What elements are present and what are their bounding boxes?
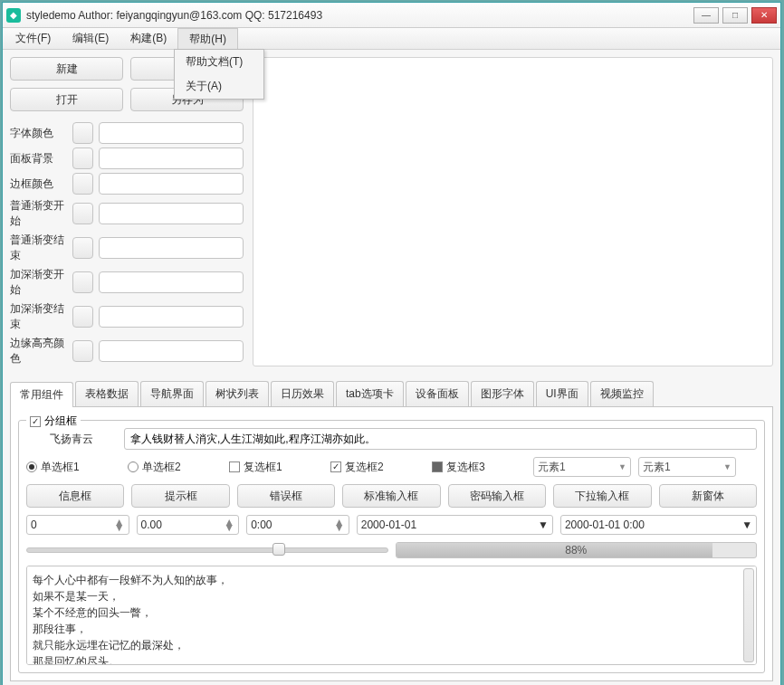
color-hex-input[interactable] (99, 173, 244, 195)
left-panel: 新建 保存 打开 另存为 字体颜色 面板背景 边框颜色 普通渐变开始 普通渐变结… (10, 57, 244, 366)
color-label: 加深渐变开始 (10, 267, 67, 298)
check-2[interactable]: 复选框2 (330, 460, 425, 475)
color-label: 面板背景 (10, 151, 67, 166)
color-swatch-button[interactable] (72, 122, 93, 144)
radio-2[interactable]: 单选框2 (128, 460, 222, 475)
combo-1[interactable]: 元素1▼ (533, 457, 631, 477)
color-swatch-button[interactable] (72, 147, 93, 169)
progress-text: 88% (397, 543, 757, 557)
upper-content: 新建 保存 打开 另存为 字体颜色 面板背景 边框颜色 普通渐变开始 普通渐变结… (3, 50, 780, 374)
menu-edit[interactable]: 编辑(E) (62, 28, 120, 49)
tab-0[interactable]: 常用组件 (10, 382, 73, 407)
chevron-down-icon: ▼ (723, 462, 731, 471)
menu-file[interactable]: 文件(F) (5, 28, 62, 49)
tab-3[interactable]: 树状列表 (206, 381, 269, 406)
spinbox-time[interactable]: 0:00▲▼ (246, 515, 349, 535)
tab-2[interactable]: 导航界面 (140, 381, 204, 406)
menu-help[interactable]: 帮助(H) (177, 28, 238, 49)
color-hex-input[interactable] (99, 271, 244, 293)
color-row: 加深渐变开始 (10, 267, 244, 298)
dialog-button-5[interactable]: 下拉输入框 (553, 484, 651, 508)
radio-icon (128, 461, 139, 472)
groupbox: 分组框 飞扬青云 单选框1 单选框2 复选框1 复选框2 复选框3 元素1▼ 元… (18, 420, 765, 673)
color-swatch-button[interactable] (72, 271, 93, 293)
date-edit[interactable]: 2000-01-01▼ (357, 515, 553, 535)
color-swatch-button[interactable] (72, 306, 93, 328)
slider[interactable] (26, 547, 388, 553)
tab-6[interactable]: 设备面板 (406, 381, 469, 406)
spinner-icon: ▲▼ (114, 519, 125, 530)
dialog-button-4[interactable]: 密码输入框 (448, 484, 546, 508)
color-row: 普通渐变结束 (10, 233, 244, 263)
color-swatch-button[interactable] (72, 203, 93, 224)
menubar: 文件(F) 编辑(E) 构建(B) 帮助(H) 帮助文档(T) 关于(A) (3, 28, 780, 50)
tab-9[interactable]: 视频监控 (590, 381, 654, 406)
check-1[interactable]: 复选框1 (229, 460, 323, 475)
app-window: ◆ styledemo Author: feiyangqingyun@163.c… (2, 2, 781, 685)
help-dropdown: 帮助文档(T) 关于(A) (174, 49, 264, 100)
checkbox-icon (229, 461, 240, 472)
color-swatch-button[interactable] (72, 173, 93, 195)
combo-2[interactable]: 元素1▼ (638, 457, 736, 477)
feiyang-label: 飞扬青云 (26, 432, 117, 447)
tab-7[interactable]: 图形字体 (471, 381, 534, 406)
color-row: 边框颜色 (10, 173, 244, 195)
maximize-button[interactable]: □ (722, 7, 748, 24)
dialog-button-1[interactable]: 提示框 (131, 484, 229, 508)
color-row: 字体颜色 (10, 122, 244, 144)
menu-help-about[interactable]: 关于(A) (175, 74, 263, 99)
radio-1[interactable]: 单选框1 (26, 460, 120, 475)
dialog-button-6[interactable]: 新窗体 (659, 484, 757, 508)
color-hex-input[interactable] (99, 306, 244, 328)
tab-4[interactable]: 日历效果 (271, 381, 334, 406)
groupbox-label: 分组框 (44, 414, 77, 429)
dialog-button-2[interactable]: 错误框 (237, 484, 335, 508)
color-row: 普通渐变开始 (10, 198, 244, 229)
radio-icon (26, 461, 37, 472)
chevron-down-icon: ▼ (618, 462, 626, 471)
groupbox-checkbox[interactable] (30, 416, 41, 427)
spinbox-float[interactable]: 0.00▲▼ (137, 515, 240, 535)
tab-8[interactable]: UI界面 (536, 381, 588, 406)
check-3[interactable]: 复选框3 (432, 460, 526, 475)
menu-help-doc[interactable]: 帮助文档(T) (175, 50, 263, 74)
color-swatch-button[interactable] (72, 237, 93, 259)
new-button[interactable]: 新建 (10, 57, 123, 81)
spinner-icon: ▲▼ (334, 519, 345, 530)
dialog-button-3[interactable]: 标准输入框 (342, 484, 440, 508)
tab-1[interactable]: 表格数据 (75, 381, 139, 406)
color-swatch-button[interactable] (72, 340, 93, 362)
color-hex-input[interactable] (99, 340, 244, 362)
chevron-down-icon: ▼ (741, 519, 752, 531)
scrollbar[interactable] (743, 568, 754, 662)
checkbox-icon (330, 461, 341, 472)
color-label: 加深渐变结束 (10, 301, 67, 332)
color-label: 字体颜色 (10, 126, 67, 141)
tab-content: 分组框 飞扬青云 单选框1 单选框2 复选框1 复选框2 复选框3 元素1▼ 元… (10, 407, 773, 681)
checkbox-icon (432, 461, 443, 472)
groupbox-title: 分组框 (26, 414, 81, 429)
color-row: 面板背景 (10, 147, 244, 169)
color-label: 普通渐变开始 (10, 198, 67, 229)
slider-thumb[interactable] (272, 543, 285, 556)
color-label: 边框颜色 (10, 176, 67, 192)
datetime-edit[interactable]: 2000-01-01 0:00▼ (560, 515, 757, 535)
textarea-poem[interactable]: 每个人心中都有一段鲜不为人知的故事， 如果不是某一天， 某个不经意的回头一瞥， … (26, 566, 757, 665)
spinbox-int[interactable]: 0▲▼ (26, 515, 129, 535)
close-button[interactable]: ✕ (751, 7, 777, 24)
tab-5[interactable]: tab选项卡 (336, 381, 404, 406)
menu-build[interactable]: 构建(B) (120, 28, 177, 49)
titlebar[interactable]: ◆ styledemo Author: feiyangqingyun@163.c… (3, 3, 780, 28)
dialog-button-0[interactable]: 信息框 (26, 484, 124, 508)
color-hex-input[interactable] (99, 122, 244, 144)
progress-bar: 88% (396, 542, 758, 558)
feiyang-input[interactable] (124, 428, 757, 450)
color-hex-input[interactable] (99, 203, 244, 224)
lower-content: 常用组件表格数据导航界面树状列表日历效果tab选项卡设备面板图形字体UI界面视频… (3, 374, 780, 685)
minimize-button[interactable]: — (693, 7, 719, 24)
open-button[interactable]: 打开 (10, 88, 123, 111)
color-hex-input[interactable] (99, 147, 244, 169)
app-icon: ◆ (6, 8, 21, 23)
window-title: styledemo Author: feiyangqingyun@163.com… (26, 9, 322, 22)
color-hex-input[interactable] (99, 237, 244, 259)
